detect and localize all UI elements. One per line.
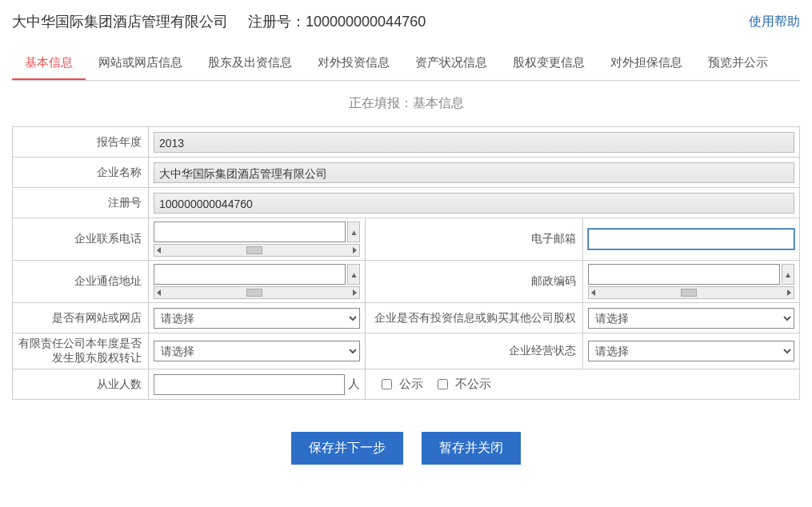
checkbox-not-publish[interactable] [438,379,448,389]
select-has-invest[interactable]: 请选择 [588,308,794,329]
subtitle: 正在填报：基本信息 [12,81,800,126]
scroll-h-icon[interactable] [588,286,794,299]
scroll-v-icon[interactable]: ▲ [347,264,360,285]
select-has-web[interactable]: 请选择 [154,308,360,329]
scroll-v-icon[interactable]: ▲ [347,222,360,242]
input-postal[interactable] [588,264,780,285]
input-phone[interactable] [154,222,346,242]
input-address[interactable] [154,264,346,285]
scroll-h-icon[interactable] [154,286,360,299]
button-row: 保存并下一步 暂存并关闭 [12,432,800,465]
label-has-transfer: 有限责任公司本年度是否发生股东股权转让 [13,333,149,369]
label-employee: 从业人数 [13,369,149,400]
scroll-h-icon[interactable] [154,244,360,257]
header-left: 大中华国际集团酒店管理有限公司 注册号：100000000044760 [12,12,426,31]
scroll-v-icon[interactable]: ▲ [782,264,794,285]
checkbox-not-publish-wrap[interactable]: 不公示 [434,377,491,392]
select-has-transfer[interactable]: 请选择 [154,341,360,361]
form-table: 报告年度 2013 企业名称 大中华国际集团酒店管理有限公司 注册号 10000… [12,126,800,400]
select-op-status[interactable]: 请选择 [588,341,794,361]
save-next-button[interactable]: 保存并下一步 [291,432,403,465]
publish-label: 公示 [399,377,423,392]
tab-shareholder-info[interactable]: 股东及出资信息 [195,47,305,80]
label-op-status: 企业经营状态 [366,333,582,369]
input-email[interactable] [588,229,794,250]
label-company-name: 企业名称 [13,158,149,188]
label-postal: 邮政编码 [366,261,582,303]
save-close-button[interactable]: 暂存并关闭 [422,432,521,465]
label-address: 企业通信地址 [13,261,149,303]
label-has-invest: 企业是否有投资信息或购买其他公司股权 [366,303,582,333]
field-report-year: 2013 [154,132,794,153]
label-report-year: 报告年度 [13,127,149,158]
tab-outbound-invest[interactable]: 对外投资信息 [305,47,402,80]
header: 大中华国际集团酒店管理有限公司 注册号：100000000044760 使用帮助 [12,12,800,31]
checkbox-publish-wrap[interactable]: 公示 [378,377,423,392]
label-has-web: 是否有网站或网店 [13,303,149,333]
tab-website-info[interactable]: 网站或网店信息 [86,47,195,80]
input-employee[interactable] [154,374,345,395]
label-email: 电子邮箱 [366,218,582,261]
employee-unit: 人 [348,377,360,392]
checkbox-publish[interactable] [382,379,392,389]
label-reg-no: 注册号 [13,188,149,218]
tab-preview-publish[interactable]: 预览并公示 [695,47,781,80]
tab-guarantee[interactable]: 对外担保信息 [598,47,695,80]
reg-no: 100000000044760 [306,14,426,30]
label-phone: 企业联系电话 [13,218,149,261]
tabs: 基本信息 网站或网店信息 股东及出资信息 对外投资信息 资产状况信息 股权变更信… [12,47,800,81]
reg-label: 注册号： [248,14,306,30]
not-publish-label: 不公示 [455,377,491,392]
company-title: 大中华国际集团酒店管理有限公司 [12,14,228,30]
tab-asset-status[interactable]: 资产状况信息 [402,47,500,80]
tab-equity-change[interactable]: 股权变更信息 [500,47,598,80]
help-link[interactable]: 使用帮助 [749,14,800,30]
field-company-name: 大中华国际集团酒店管理有限公司 [154,162,794,183]
tab-basic-info[interactable]: 基本信息 [12,47,86,80]
field-reg-no: 100000000044760 [154,193,794,214]
